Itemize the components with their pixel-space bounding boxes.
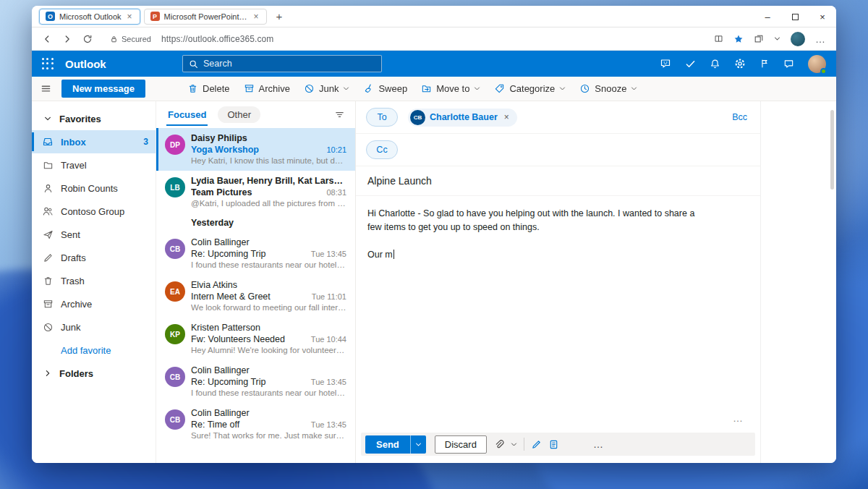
maximize-button[interactable]	[781, 6, 809, 27]
tab-title: Microsoft PowerPoint Online	[164, 12, 248, 21]
email-subject: Team Pictures	[191, 187, 320, 198]
message-options-icon[interactable]: …	[356, 412, 760, 430]
refresh-icon[interactable]	[82, 34, 93, 44]
browser-profile-avatar[interactable]	[791, 32, 805, 46]
search-bar[interactable]	[182, 55, 382, 72]
chat-icon[interactable]	[660, 58, 671, 69]
email-preview: @Katri, I uploaded all the pictures from…	[191, 198, 346, 209]
email-list-item[interactable]: CB Colin Ballinger Re: Upcoming Trip Tue…	[156, 360, 355, 403]
tab-close-icon[interactable]: ×	[126, 12, 134, 22]
subject-field[interactable]: Alpine Launch	[356, 166, 760, 196]
search-icon	[189, 59, 198, 69]
user-avatar[interactable]	[808, 55, 826, 73]
email-list-item[interactable]: CB Colin Ballinger Re: Time off Tue 13:4…	[156, 403, 355, 446]
sidebar-item-archive[interactable]: Archive	[32, 292, 156, 315]
browser-more-menu-icon[interactable]: …	[815, 33, 826, 45]
body-paragraph: Hi Charlotte - So glad to have you helpi…	[367, 207, 704, 235]
email-list-item[interactable]: DP Daisy Philips Yoga Workshop 10:21 Hey…	[156, 128, 355, 171]
minimize-button[interactable]: –	[754, 6, 781, 27]
email-list-item[interactable]: EA Elvia Atkins Intern Meet & Greet Tue …	[156, 275, 355, 318]
tag-icon	[494, 83, 505, 94]
sidebar-item-label: Travel	[61, 160, 87, 171]
maximize-icon	[792, 14, 799, 20]
tab-microsoft-powerpoint[interactable]: P Microsoft PowerPoint Online ×	[144, 9, 267, 25]
tasks-check-icon[interactable]	[685, 59, 696, 69]
sidebar-item-contoso-group[interactable]: Contoso Group	[32, 200, 156, 223]
remove-recipient-icon[interactable]: ×	[502, 112, 511, 122]
reading-mode-icon[interactable]	[714, 34, 723, 43]
filter-icon[interactable]	[334, 109, 345, 120]
email-time: Tue 11:01	[312, 291, 346, 302]
people-icon	[42, 205, 54, 217]
email-time: Tue 13:45	[311, 419, 346, 430]
archive-icon	[42, 299, 54, 310]
email-sender: Colin Ballinger	[191, 237, 346, 248]
search-input[interactable]	[203, 59, 375, 69]
sidebar-item-drafts[interactable]: Drafts	[32, 246, 156, 269]
email-subject: Yoga Workshop	[191, 144, 320, 156]
sweep-button[interactable]: Sweep	[363, 83, 407, 94]
command-bar: New message Delete Archive Junk Sweep	[32, 77, 836, 101]
categorize-button[interactable]: Categorize	[494, 83, 566, 94]
security-indicator[interactable]: Secured	[110, 35, 151, 43]
more-compose-options-icon[interactable]: …	[593, 438, 605, 450]
recipient-name: Charlotte Bauer	[430, 112, 498, 122]
notifications-bell-icon[interactable]	[710, 59, 720, 69]
tab-close-icon[interactable]: ×	[252, 12, 260, 22]
notes-clipboard-icon[interactable]	[548, 439, 559, 450]
forward-icon[interactable]	[62, 34, 72, 44]
other-tab[interactable]: Other	[218, 106, 260, 123]
bcc-button[interactable]: Bcc	[732, 112, 750, 122]
email-list-item[interactable]: LB Lydia Bauer, Henry Brill, Kat Larsson…	[156, 171, 355, 213]
cc-button[interactable]: Cc	[366, 140, 398, 159]
add-favorite-link[interactable]: Add favorite	[32, 339, 156, 362]
sidebar-item-robin-counts[interactable]: Robin Counts	[32, 177, 156, 200]
url-text[interactable]: https://outlook.office365.com	[161, 34, 273, 44]
app-launcher-icon[interactable]	[32, 51, 64, 77]
to-button[interactable]: To	[366, 108, 398, 127]
archive-button[interactable]: Archive	[244, 83, 290, 94]
message-body-editor[interactable]: Hi Charlotte - So glad to have you helpi…	[356, 196, 760, 273]
send-options-chevron[interactable]	[410, 435, 426, 454]
recipient-chip[interactable]: CB Charlotte Bauer ×	[408, 109, 517, 127]
close-button[interactable]: ×	[809, 6, 836, 27]
attach-file-button[interactable]	[493, 439, 504, 450]
email-list-item[interactable]: CB Colin Ballinger Re: Upcoming Trip Tue…	[156, 232, 355, 275]
tab-microsoft-outlook[interactable]: O Microsoft Outlook ×	[39, 9, 140, 25]
sidebar-item-inbox[interactable]: Inbox 3	[32, 130, 156, 153]
feedback-icon[interactable]	[783, 59, 794, 69]
sidebar-item-junk[interactable]: Junk	[32, 315, 156, 339]
whats-new-flag-icon[interactable]	[760, 59, 770, 69]
sidebar-item-travel[interactable]: Travel	[32, 153, 156, 177]
send-icon	[42, 229, 54, 240]
discard-button[interactable]: Discard	[435, 435, 487, 454]
attach-options-chevron[interactable]	[511, 441, 517, 448]
scrollbar[interactable]	[830, 110, 834, 190]
sidebar-item-trash[interactable]: Trash	[32, 269, 156, 292]
junk-button[interactable]: Junk	[304, 83, 349, 94]
back-icon[interactable]	[42, 34, 52, 44]
new-message-button[interactable]: New message	[61, 80, 145, 98]
favorites-star-icon[interactable]	[733, 34, 744, 44]
snooze-button[interactable]: Snooze	[579, 83, 637, 94]
new-tab-button[interactable]: +	[271, 10, 289, 22]
hamburger-menu-icon[interactable]	[41, 83, 51, 94]
focused-tab[interactable]: Focused	[166, 103, 208, 126]
sender-avatar: CB	[165, 409, 185, 430]
favorites-section-header[interactable]: Favorites	[32, 107, 156, 130]
email-sender: Kristen Patterson	[191, 323, 346, 333]
app-name: Outlook	[65, 58, 106, 70]
email-list-item[interactable]: KP Kristen Patterson Fw: Volunteers Need…	[156, 318, 355, 360]
delete-button[interactable]: Delete	[187, 83, 230, 94]
settings-gear-icon[interactable]	[734, 58, 746, 69]
sidebar-item-sent[interactable]: Sent	[32, 223, 156, 246]
send-button[interactable]: Send	[365, 435, 410, 454]
chevron-down-icon[interactable]	[774, 35, 780, 42]
email-time: Tue 13:45	[311, 248, 346, 260]
message-list: Focused Other DP Daisy Philips Yoga Work…	[156, 101, 356, 463]
collections-icon[interactable]	[754, 34, 764, 44]
folders-section-header[interactable]: Folders	[32, 362, 156, 385]
email-sender: Lydia Bauer, Henry Brill, Kat Larsson,	[191, 176, 346, 187]
pen-draw-icon[interactable]	[531, 439, 542, 450]
move-to-button[interactable]: Move to	[421, 83, 480, 94]
